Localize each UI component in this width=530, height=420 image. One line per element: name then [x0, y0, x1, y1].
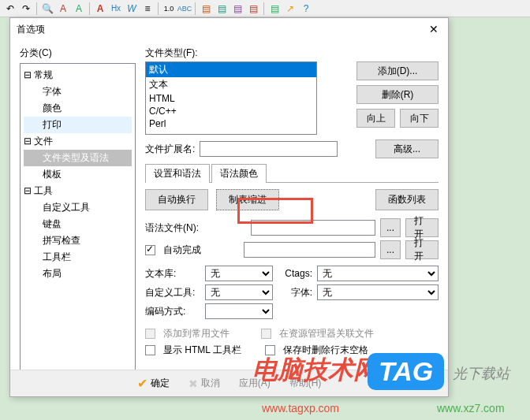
- preferences-dialog: 首选项 ✕ 分类(C) ⊟ 常规 字体 颜色 打印 ⊟ 文件 文件类型及语法 模…: [9, 17, 449, 397]
- cancel-button[interactable]: ✖取消: [188, 377, 220, 390]
- autocomplete-input[interactable]: [244, 242, 375, 258]
- funclist-button[interactable]: 函数列表: [375, 189, 439, 210]
- help-icon[interactable]: ?: [299, 2, 313, 16]
- autocomplete-browse-button[interactable]: ...: [380, 240, 401, 259]
- tab-settings-syntax[interactable]: 设置和语法: [145, 164, 210, 183]
- find-icon[interactable]: A: [56, 2, 70, 16]
- redo-icon[interactable]: ↷: [19, 2, 33, 16]
- separator: [89, 2, 90, 15]
- tabindent-button[interactable]: 制表缩进: [216, 189, 279, 210]
- separator: [195, 2, 196, 15]
- customtool-select[interactable]: 无: [205, 284, 273, 300]
- extra-text: 光下载站: [453, 364, 509, 383]
- doc2-icon[interactable]: ▤: [215, 2, 229, 16]
- syntax-open-button[interactable]: 打开: [405, 218, 439, 237]
- add-button[interactable]: 添加(D)...: [356, 61, 439, 80]
- list-item[interactable]: HTML: [146, 92, 316, 105]
- main-toolbar: ↶ ↷ 🔍 A A A Hx W ≡ 1.0 ABC ▤ ▤ ▤ ▤ ▤ ↗ ?: [0, 0, 530, 17]
- filetype-label: 文件类型(F):: [145, 46, 439, 60]
- dialog-title: 首选项: [17, 23, 45, 36]
- x-icon: ✖: [188, 377, 198, 390]
- tree-item-spellcheck[interactable]: 拼写检查: [24, 232, 132, 249]
- filetype-listbox[interactable]: 默认 文本 HTML C/C++ Perl: [145, 61, 317, 135]
- tree-item-keyboard[interactable]: 键盘: [24, 216, 132, 232]
- close-button[interactable]: ✕: [426, 21, 442, 37]
- search-icon[interactable]: 🔍: [40, 2, 54, 16]
- cb-add-common: [145, 329, 155, 339]
- textlib-label: 文本库:: [145, 267, 200, 281]
- titlebar: 首选项 ✕: [10, 18, 448, 40]
- font2-select[interactable]: 无: [317, 284, 439, 300]
- tree-item-layout[interactable]: 布局: [24, 266, 132, 282]
- autocomplete-label: 自动完成: [163, 243, 201, 257]
- replace-icon[interactable]: A: [72, 2, 86, 16]
- check-icon: ✔: [137, 376, 147, 391]
- ctags-label: Ctags:: [278, 268, 312, 279]
- ok-button[interactable]: ✔确定: [137, 376, 170, 391]
- autocomplete-checkbox[interactable]: [145, 245, 155, 255]
- syntax-file-input[interactable]: [251, 220, 375, 236]
- tag-logo: TAG: [368, 353, 444, 390]
- up-button[interactable]: 向上: [356, 109, 395, 128]
- tree-group-tools[interactable]: ⊟ 工具: [24, 183, 132, 199]
- cb-associate: [261, 329, 271, 339]
- down-button[interactable]: 向下: [400, 109, 439, 128]
- undo-icon[interactable]: ↶: [3, 2, 17, 16]
- edit-icon[interactable]: ▤: [230, 2, 244, 16]
- customtool-label: 自定义工具:: [145, 286, 200, 299]
- cb-html-toolbar-label: 显示 HTML 工具栏: [163, 344, 241, 357]
- site-url-1: www.tagxp.com: [262, 402, 339, 414]
- font2-label: 字体:: [278, 286, 312, 299]
- tab-syntax-color[interactable]: 语法颜色: [211, 164, 267, 183]
- list-item[interactable]: 默认: [146, 62, 316, 77]
- cb-associate-label: 在资源管理器关联文件: [279, 327, 374, 340]
- category-tree[interactable]: ⊟ 常规 字体 颜色 打印 ⊟ 文件 文件类型及语法 模板 ⊟ 工具 自定义工具…: [20, 63, 136, 372]
- separator: [158, 2, 159, 15]
- tree-item-color[interactable]: 颜色: [24, 100, 132, 117]
- tree-item-custom-tools[interactable]: 自定义工具: [24, 199, 132, 216]
- textlib-select[interactable]: 无: [205, 266, 273, 281]
- tree-item-font[interactable]: 字体: [24, 84, 132, 100]
- tree-group-file[interactable]: ⊟ 文件: [24, 133, 132, 150]
- hash-icon[interactable]: ABC: [177, 2, 192, 16]
- tree-item-print[interactable]: 打印: [24, 117, 132, 133]
- watermark-text: 电脑技术网: [252, 353, 379, 388]
- arrow-icon[interactable]: ↗: [283, 2, 297, 16]
- tree-item-toolbar[interactable]: 工具栏: [24, 249, 132, 266]
- tree-item-filetype-syntax[interactable]: 文件类型及语法: [24, 150, 132, 166]
- tree-item-template[interactable]: 模板: [24, 166, 132, 183]
- separator: [263, 2, 264, 15]
- encoding-label: 编码方式:: [145, 305, 200, 318]
- list-icon[interactable]: ≡: [140, 2, 155, 16]
- autowrap-button[interactable]: 自动换行: [145, 189, 208, 210]
- advanced-button[interactable]: 高级...: [375, 139, 439, 158]
- separator: [36, 2, 37, 15]
- hex-icon[interactable]: Hx: [109, 2, 123, 16]
- cb-html-toolbar[interactable]: [145, 345, 155, 355]
- ext-label: 文件扩展名:: [145, 143, 195, 156]
- font-icon[interactable]: A: [93, 2, 107, 16]
- doc5-icon[interactable]: ▤: [267, 2, 282, 16]
- ctags-select[interactable]: 无: [317, 266, 439, 281]
- encoding-select[interactable]: [205, 303, 273, 319]
- ext-input[interactable]: [200, 141, 338, 157]
- remove-button[interactable]: 删除(R): [356, 85, 439, 104]
- list-item[interactable]: 文本: [146, 77, 316, 92]
- list-item[interactable]: Perl: [146, 117, 316, 130]
- site-url-2: www.xz7.com: [437, 402, 505, 414]
- tree-group-general[interactable]: ⊟ 常规: [24, 67, 132, 84]
- syntax-browse-button[interactable]: ...: [380, 218, 401, 237]
- category-label: 分类(C): [20, 46, 136, 60]
- doc1-icon[interactable]: ▤: [199, 2, 213, 16]
- num-icon[interactable]: 1.0: [162, 2, 176, 16]
- list-item[interactable]: C/C++: [146, 105, 316, 117]
- doc4-icon[interactable]: ▤: [246, 2, 260, 16]
- autocomplete-open-button[interactable]: 打开: [405, 240, 439, 259]
- syntax-file-label: 语法文件(N):: [145, 221, 208, 235]
- w-icon[interactable]: W: [125, 2, 139, 16]
- cb-add-common-label: 添加到常用文件: [163, 327, 230, 340]
